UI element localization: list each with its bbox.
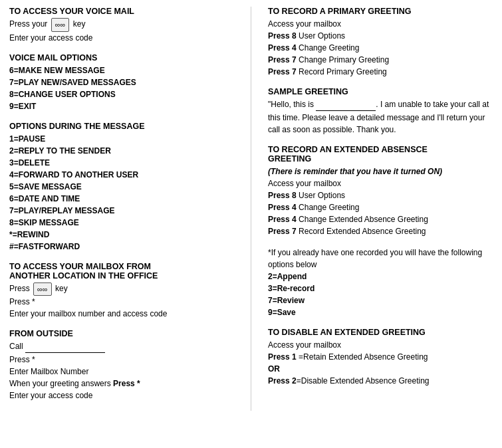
- key-label: key: [73, 19, 86, 29]
- sample-greeting-body: "Hello, this is . I am unable to take yo…: [268, 98, 493, 136]
- left-column: TO ACCESS YOUR VOICE MAIL Press your ∞∞ …: [9, 7, 234, 411]
- from-outside-call: Call: [9, 340, 234, 354]
- section-record-primary: TO RECORD A PRIMARY GREETING Access your…: [268, 7, 493, 78]
- list-item: 2=Append: [268, 271, 493, 282]
- call-blank: [25, 340, 105, 353]
- list-item: Press 1 =Retain Extended Absence Greetin…: [268, 351, 493, 363]
- mailbox-key: ∞∞: [33, 282, 52, 296]
- section-options-during-message: OPTIONS DURING THE MESSAGE 1=PAUSE 2=REP…: [9, 122, 234, 253]
- list-item: Press 7 Change Primary Greeting: [268, 54, 493, 66]
- list-item: 2=REPLY TO THE SENDER: [9, 145, 234, 157]
- press-star-bold: Press *: [113, 379, 140, 388]
- list-item: 1=PAUSE: [9, 133, 234, 145]
- list-item: Press 7 Record Primary Greeting: [268, 66, 493, 78]
- list-item: Press 4 Change Greeting: [268, 201, 493, 213]
- from-outside-body: Call Press * Enter Mailbox Number When y…: [9, 340, 234, 401]
- list-item: 8=SKIP MESSAGE: [9, 217, 234, 229]
- already-recorded-body: *If you already have one recorded you wi…: [268, 247, 493, 318]
- list-item: Press 7 Record Extended Absence Greeting: [268, 225, 493, 237]
- key-label2: key: [55, 284, 68, 293]
- options-during-message-body: 1=PAUSE 2=REPLY TO THE SENDER 3=DELETE 4…: [9, 133, 234, 253]
- access-mailbox-other-body: Press ∞∞ key Press * Enter your mailbox …: [9, 282, 234, 320]
- from-outside-press-star: Press *: [9, 354, 234, 366]
- record-primary-title: TO RECORD A PRIMARY GREETING: [268, 7, 493, 16]
- right-column: TO RECORD A PRIMARY GREETING Access your…: [268, 7, 493, 411]
- list-item: 7=PLAY/REPLAY MESSAGE: [9, 205, 234, 217]
- section-already-recorded: *If you already have one recorded you wi…: [268, 247, 493, 318]
- list-item: *=REWIND: [9, 229, 234, 241]
- press-your-label: Press your: [9, 19, 47, 29]
- list-item: Press 4 Change Greeting: [268, 42, 493, 54]
- section-access-voicemail: TO ACCESS YOUR VOICE MAIL Press your ∞∞ …: [9, 7, 234, 44]
- from-outside-title: FROM OUTSIDE: [9, 329, 234, 338]
- list-item: 6=DATE AND TIME: [9, 193, 234, 205]
- list-item: 6=MAKE NEW MESSAGE: [9, 64, 234, 76]
- greeting-text-pre: "Hello, this is: [268, 100, 316, 109]
- list-item: Press 4 Change Extended Absence Greeting: [268, 213, 493, 225]
- list-item: 3=DELETE: [9, 157, 234, 169]
- list-item: 4=FORWARD TO ANOTHER USER: [9, 169, 234, 181]
- from-outside-enter-access: Enter your access code: [9, 390, 234, 401]
- options-during-message-title: OPTIONS DURING THE MESSAGE: [9, 122, 234, 131]
- column-divider: [251, 7, 251, 411]
- list-item: Access your mailbox: [268, 339, 493, 351]
- list-item: 9=Save: [268, 306, 493, 318]
- list-item: Access your mailbox: [268, 177, 493, 189]
- section-sample-greeting: SAMPLE GREETING "Hello, this is . I am u…: [268, 87, 493, 136]
- from-outside-greeting: When your greeting answers Press *: [9, 378, 234, 390]
- enter-access-code: Enter your access code: [9, 33, 92, 43]
- sample-greeting-title: SAMPLE GREETING: [268, 87, 493, 96]
- list-item: 9=EXIT: [9, 100, 234, 112]
- voice-mail-options-body: 6=MAKE NEW MESSAGE 7=PLAY NEW/SAVED MESS…: [9, 64, 234, 112]
- voice-mail-options-title: VOICE MAIL OPTIONS: [9, 53, 234, 62]
- list-item-or: OR: [268, 363, 493, 375]
- main-layout: TO ACCESS YOUR VOICE MAIL Press your ∞∞ …: [9, 7, 493, 411]
- list-item: 7=Review: [268, 294, 493, 306]
- record-primary-body: Access your mailbox Press 8 User Options…: [268, 18, 493, 78]
- record-extended-body: (There is reminder that you have it turn…: [268, 166, 493, 237]
- press-label: Press: [9, 284, 30, 293]
- disable-extended-title: TO DISABLE AN EXTENDED GREETING: [268, 328, 493, 337]
- from-outside-enter-mailbox: Enter Mailbox Number: [9, 366, 234, 378]
- list-item: Access your mailbox: [268, 18, 493, 30]
- list-item: 5=SAVE MESSAGE: [9, 181, 234, 193]
- list-item: Press 2=Disable Extended Absence Greetin…: [268, 375, 493, 387]
- access-mailbox-other-title: TO ACCESS YOUR MAILBOX FROMANOTHER LOCAT…: [9, 262, 234, 280]
- press-star: Press *: [9, 297, 35, 306]
- enter-mailbox-access: Enter your mailbox number and access cod…: [9, 309, 167, 318]
- section-voice-mail-options: VOICE MAIL OPTIONS 6=MAKE NEW MESSAGE 7=…: [9, 53, 234, 112]
- section-disable-extended: TO DISABLE AN EXTENDED GREETING Access y…: [268, 328, 493, 387]
- section-from-outside: FROM OUTSIDE Call Press * Enter Mailbox …: [9, 329, 234, 401]
- access-voicemail-body: Press your ∞∞ key Enter your access code: [9, 18, 234, 44]
- list-item: #=FASTFORWARD: [9, 241, 234, 253]
- list-item: Press 8 User Options: [268, 189, 493, 201]
- greeting-name-blank: [316, 98, 376, 111]
- already-recorded-note: *If you already have one recorded you wi…: [268, 247, 493, 271]
- list-item: 7=PLAY NEW/SAVED MESSAGES: [9, 76, 234, 88]
- extended-italic-note: (There is reminder that you have it turn…: [268, 166, 493, 177]
- list-item: 3=Re-record: [268, 282, 493, 294]
- voicemail-key: ∞∞: [51, 18, 70, 32]
- section-access-mailbox-other: TO ACCESS YOUR MAILBOX FROMANOTHER LOCAT…: [9, 262, 234, 320]
- access-voicemail-title: TO ACCESS YOUR VOICE MAIL: [9, 7, 234, 16]
- record-extended-title: TO RECORD AN EXTENDED ABSENSCEGREETING: [268, 145, 493, 164]
- list-item: 8=CHANGE USER OPTIONS: [9, 88, 234, 100]
- section-record-extended: TO RECORD AN EXTENDED ABSENSCEGREETING (…: [268, 145, 493, 237]
- disable-extended-body: Access your mailbox Press 1 =Retain Exte…: [268, 339, 493, 387]
- list-item: Press 8 User Options: [268, 30, 493, 42]
